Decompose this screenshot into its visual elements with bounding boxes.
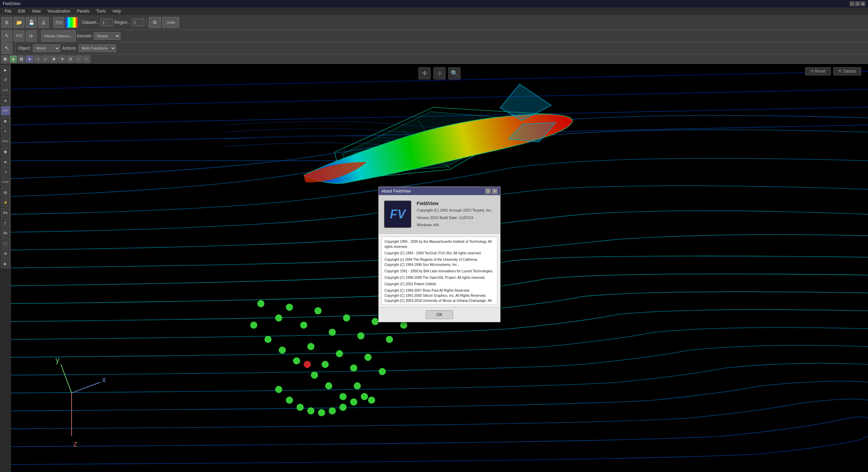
toolbar3: ↖ Object: World Camera Light Actions: Mu…	[0, 42, 868, 54]
dataset-input[interactable]	[101, 19, 113, 26]
product-name: FieldView	[417, 201, 492, 206]
open-button[interactable]: 📂	[14, 17, 24, 28]
region-input[interactable]	[132, 19, 144, 26]
sep2	[80, 18, 80, 27]
sidebar-text[interactable]: Aa	[1, 208, 10, 217]
sidebar-struct[interactable]: Struct	[1, 137, 10, 146]
icon-btn-5[interactable]: ◁	[34, 55, 41, 63]
ok-button[interactable]: OK	[426, 310, 453, 319]
save-button[interactable]: 💾	[26, 17, 37, 28]
about-dialog: About FieldView ? × FV FieldView Copyrig…	[378, 187, 501, 322]
copyright-scroll[interactable]: Copyright 1994 - 2000 by the Massachuset…	[381, 237, 497, 305]
main-toolbar: 🗎 📂 💾 🖨 ƒ(x) Dataset... Region... ⚙ Unif…	[0, 15, 868, 30]
app-title: FieldView	[3, 1, 850, 6]
viewport[interactable]: x y z ✛ ⊹ 🔍 ↺ Reset ⇱ Detach	[11, 64, 868, 472]
sep3	[146, 18, 147, 27]
sidebar-circle2[interactable]: ◯	[1, 238, 10, 248]
toolbar2: ↖ XYZ ⟳ Viewer Options... Demote: Simple…	[0, 30, 868, 42]
window-controls: ─ □ ✕	[850, 1, 865, 6]
object-select[interactable]: World Camera Light	[33, 44, 60, 52]
icon-btn-4[interactable]: ◈	[26, 55, 33, 63]
sidebar-transform[interactable]: ◐	[1, 259, 10, 268]
menu-tools[interactable]: Tools	[93, 8, 109, 14]
axes-button[interactable]: XYZ	[14, 31, 24, 41]
icon-btn-2[interactable]: ■	[10, 55, 17, 63]
about-dialog-title: About FieldView	[381, 189, 411, 194]
about-dialog-header: FV FieldView Copyright (C) 1991 through …	[379, 195, 500, 234]
title-bar: FieldView ─ □ ✕	[0, 0, 868, 7]
product-info: FieldView Copyright (C) 1991 through 202…	[417, 201, 492, 228]
menu-bar: File Edit View Visualization Panels Tool…	[0, 7, 868, 15]
icon-btn-6[interactable]: ▷	[42, 55, 50, 63]
menu-view[interactable]: View	[29, 8, 44, 14]
sidebar-add[interactable]: ⊕	[1, 96, 10, 105]
product-copyright: Copyright (C) 1991 through 2023 Tecplot,…	[417, 207, 492, 214]
about-dialog-titlebar: About FieldView ? ×	[379, 187, 500, 195]
formula-button[interactable]: ƒ(x)	[53, 17, 64, 28]
icon-btn-7[interactable]: ◉	[50, 55, 58, 63]
sidebar-circle[interactable]: ◉	[1, 116, 10, 126]
sidebar-func[interactable]: ƒ	[1, 218, 10, 228]
print-button[interactable]: 🖨	[38, 17, 49, 28]
unify-button[interactable]: Unify	[162, 17, 179, 28]
rotate-mode-button[interactable]: ⟳	[26, 31, 37, 41]
sidebar-box[interactable]: ▣	[1, 147, 10, 156]
about-help-button[interactable]: ?	[485, 188, 491, 194]
icon-btn-1[interactable]: ▣	[1, 55, 9, 63]
settings-button[interactable]: ⚙	[149, 17, 161, 28]
menu-panels[interactable]: Panels	[74, 8, 93, 14]
sidebar-grid2[interactable]: ⊞	[1, 249, 10, 258]
icon-btn-10[interactable]: □	[75, 55, 82, 63]
sidebar-play[interactable]: ▶	[1, 65, 10, 75]
fv-logo-text: FV	[390, 207, 405, 221]
left-sidebar: ▶ ↺ XYZ ⊕ Grid ◉ ≡ Struct ▣ ◈ ↗ Const ▤ …	[0, 64, 11, 472]
sidebar-surface[interactable]: ▤	[1, 187, 10, 197]
sep1	[51, 18, 51, 27]
sep4	[39, 31, 39, 41]
close-button[interactable]: ✕	[861, 1, 865, 6]
sidebar-xyz[interactable]: XYZ	[1, 86, 10, 95]
maximize-button[interactable]: □	[855, 1, 860, 6]
menu-file[interactable]: File	[1, 8, 15, 14]
product-platform: Windows x64	[417, 222, 492, 228]
arrow-tool-button[interactable]: ↖	[1, 43, 12, 54]
action-label: Actions:	[62, 46, 77, 51]
menu-help[interactable]: Help	[109, 8, 125, 14]
main-area: ▶ ↺ XYZ ⊕ Grid ◉ ≡ Struct ▣ ◈ ↗ Const ▤ …	[0, 64, 868, 472]
action-select[interactable]: Multi-Transform Rotate Translate Scale	[79, 44, 116, 52]
sidebar-rotate[interactable]: ↺	[1, 75, 10, 85]
dataset-label: Dataset...	[82, 20, 99, 25]
select-button[interactable]: ↖	[1, 31, 12, 41]
product-version: Version 2023 Build Date: 11/07/23	[417, 215, 492, 221]
sep5	[15, 43, 15, 53]
colormap-button[interactable]	[65, 17, 78, 28]
sidebar-arrow[interactable]: ↗	[1, 167, 10, 177]
demote-label: Demote:	[77, 34, 92, 38]
icon-btn-3[interactable]: ▦	[18, 55, 25, 63]
demote-select[interactable]: Simple Advanced	[94, 32, 120, 40]
dialog-controls: ? ×	[485, 188, 497, 194]
menu-visualization[interactable]: Visualization	[44, 8, 74, 14]
viewer-options-button[interactable]: Viewer Options...	[41, 31, 76, 41]
icon-btn-11[interactable]: ▪	[83, 55, 90, 63]
menu-edit[interactable]: Edit	[15, 8, 29, 14]
sidebar-const[interactable]: Const	[1, 177, 10, 187]
region-label: Region...	[114, 20, 131, 25]
icon-btn-8[interactable]: ⊕	[58, 55, 66, 63]
sidebar-lines[interactable]: ≡	[1, 126, 10, 136]
icon-bar: ▣ ■ ▦ ◈ ◁ ▷ ◉ ⊕ ⊞ □ ▪	[0, 54, 868, 64]
minimize-button[interactable]: ─	[850, 1, 854, 6]
object-label: Object:	[18, 46, 31, 51]
fv-logo: FV	[384, 201, 411, 228]
sidebar-label[interactable]: Ab	[1, 228, 10, 238]
about-close-button[interactable]: ×	[492, 188, 497, 194]
sidebar-iso[interactable]: ⚡	[1, 198, 10, 207]
new-button[interactable]: 🗎	[1, 17, 12, 28]
icon-btn-9[interactable]: ⊞	[67, 55, 74, 63]
sidebar-grid[interactable]: Grid	[1, 106, 10, 115]
about-dialog-body: Copyright 1994 - 2000 by the Massachuset…	[379, 234, 500, 307]
about-dialog-footer: OK	[379, 307, 500, 322]
sidebar-quad[interactable]: ◈	[1, 157, 10, 166]
